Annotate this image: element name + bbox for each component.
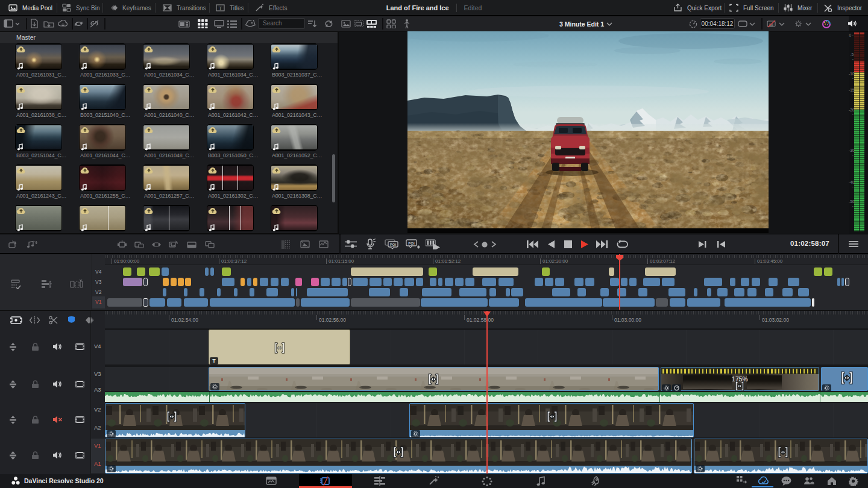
svg-text:POI: POI: [390, 243, 397, 246]
svg-text:T: T: [219, 5, 222, 11]
svg-text:POI: POI: [408, 242, 415, 245]
